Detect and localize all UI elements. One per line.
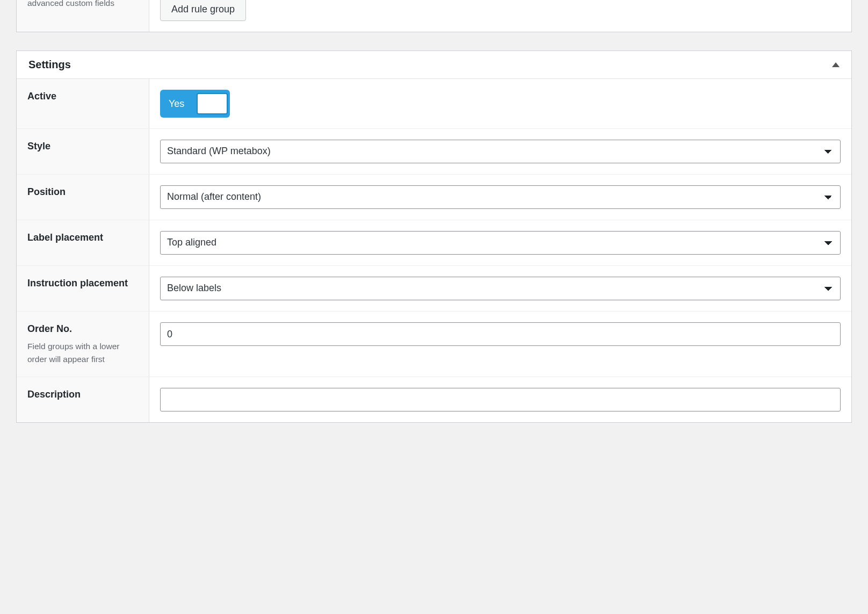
position-label: Position <box>27 185 138 199</box>
active-toggle[interactable]: Yes <box>160 90 230 118</box>
settings-metabox: Settings Active Yes Style <box>16 50 852 423</box>
order-no-description: Field groups with a lower order will app… <box>27 340 138 366</box>
add-rule-group-button[interactable]: Add rule group <box>160 0 246 21</box>
order-no-input[interactable] <box>160 322 841 346</box>
caret-up-icon <box>832 62 840 67</box>
label-placement-row: Label placement Top aligned <box>17 220 851 265</box>
instruction-placement-label: Instruction placement <box>27 277 138 290</box>
settings-panel-title: Settings <box>28 59 71 71</box>
style-row: Style Standard (WP metabox) <box>17 128 851 174</box>
location-rules-description: screens will use these advanced custom f… <box>27 0 138 10</box>
style-select[interactable]: Standard (WP metabox) <box>160 140 841 163</box>
instruction-placement-select[interactable]: Below labels <box>160 277 841 300</box>
label-placement-label: Label placement <box>27 231 138 244</box>
active-label: Active <box>27 90 138 103</box>
location-rules-input-cell: or Add rule group <box>149 0 851 32</box>
instruction-placement-row: Instruction placement Below labels <box>17 265 851 311</box>
position-row: Position Normal (after content) <box>17 174 851 220</box>
location-rules-label-cell: screens will use these advanced custom f… <box>17 0 149 32</box>
active-row: Active Yes <box>17 79 851 128</box>
description-input[interactable] <box>160 388 841 411</box>
description-row: Description <box>17 377 851 422</box>
label-placement-select[interactable]: Top aligned <box>160 231 841 255</box>
active-toggle-label: Yes <box>162 98 197 110</box>
active-toggle-knob <box>197 93 228 114</box>
position-select[interactable]: Normal (after content) <box>160 185 841 209</box>
location-metabox: screens will use these advanced custom f… <box>16 0 852 32</box>
order-no-row: Order No. Field groups with a lower orde… <box>17 311 851 377</box>
order-no-label: Order No. <box>27 322 138 336</box>
description-label: Description <box>27 388 138 401</box>
style-label: Style <box>27 140 138 153</box>
location-rules-row: screens will use these advanced custom f… <box>17 0 851 32</box>
settings-panel-header[interactable]: Settings <box>17 51 851 79</box>
